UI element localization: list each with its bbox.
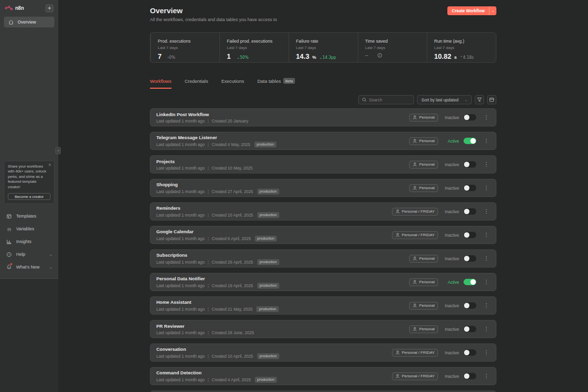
info-icon[interactable]	[377, 53, 382, 58]
kebab-menu-icon[interactable]: ⋮	[483, 232, 490, 238]
toggle-knob	[464, 115, 469, 120]
tab[interactable]: Data tables Beta	[257, 78, 295, 89]
person-icon	[395, 209, 400, 214]
toggle-knob	[464, 350, 469, 355]
active-toggle[interactable]	[464, 161, 476, 168]
n8n-logo: n8n	[5, 5, 24, 11]
search-input[interactable]	[369, 98, 410, 102]
workflow-created: Created 26 April, 2025	[212, 260, 253, 265]
active-toggle[interactable]	[464, 114, 476, 121]
workflow-row[interactable]: Reminders Last updated 1 month ago | Cre…	[150, 202, 496, 220]
toggle-knob	[464, 232, 469, 238]
active-toggle[interactable]	[464, 373, 476, 379]
toggle-knob	[464, 326, 469, 332]
stats-bar: Prod. executions Last 7 days 7 ›0% Faile…	[150, 32, 496, 63]
active-toggle[interactable]	[464, 208, 476, 215]
active-toggle[interactable]	[464, 349, 476, 356]
add-workflow-button[interactable]: +	[46, 4, 53, 12]
active-toggle[interactable]	[464, 185, 476, 191]
workflow-tag[interactable]: production	[254, 142, 276, 147]
workflow-row[interactable]: Shopping Last updated 1 month ago | Crea…	[150, 179, 496, 197]
sidebar-item-whats-new[interactable]: What's New ⌄	[4, 261, 54, 273]
kebab-menu-icon[interactable]: ⋮	[483, 349, 490, 356]
workflow-actions: Personal Active ⋮	[409, 278, 490, 286]
kebab-menu-icon[interactable]: ⋮	[483, 255, 490, 262]
sidebar-item-insights[interactable]: Insights	[4, 235, 54, 248]
sidebar-item-label: Overview	[18, 20, 36, 24]
sort-label: Sort by last updated	[421, 98, 459, 102]
active-toggle[interactable]	[464, 255, 476, 262]
person-icon	[413, 139, 417, 143]
workflow-tag[interactable]: production	[257, 212, 279, 218]
tab[interactable]: Workflows	[150, 78, 172, 89]
search-box[interactable]	[358, 95, 414, 104]
sidebar-item-templates[interactable]: Templates	[4, 210, 54, 222]
workflow-row[interactable]: Subscriptions Last updated 1 month ago |…	[150, 249, 496, 268]
kebab-menu-icon[interactable]: ⋮	[483, 138, 490, 144]
sidebar-item-overview[interactable]: Overview	[4, 17, 54, 27]
person-icon	[395, 233, 400, 237]
filter-button[interactable]	[475, 95, 484, 104]
active-toggle[interactable]	[464, 279, 476, 285]
sidebar-collapse-handle[interactable]: ‹	[55, 147, 61, 154]
workflow-tag[interactable]: production	[257, 283, 279, 289]
create-workflow-button[interactable]: Create Workflow ⌄	[447, 6, 496, 15]
tab[interactable]: Credentials	[185, 78, 208, 89]
owner-label: Personal	[419, 115, 435, 120]
stat-label: Time saved	[365, 39, 420, 44]
person-icon	[413, 162, 417, 167]
sidebar-footer	[0, 278, 58, 392]
active-toggle[interactable]	[464, 326, 476, 332]
active-toggle[interactable]	[464, 302, 476, 309]
workflow-tag[interactable]: production	[257, 259, 279, 265]
meta-divider-bar: |	[208, 166, 209, 171]
active-toggle[interactable]	[464, 232, 476, 238]
workflow-info: Reminders Last updated 1 month ago | Cre…	[156, 205, 392, 218]
active-toggle[interactable]	[464, 138, 476, 144]
become-creator-button[interactable]: Become a creator	[8, 193, 50, 200]
workflow-tag[interactable]: production	[256, 306, 278, 312]
workflow-tag[interactable]: production	[255, 236, 277, 242]
close-icon[interactable]: ×	[48, 163, 51, 167]
workflow-row[interactable]: Projects Last updated 1 month ago | Crea…	[150, 155, 496, 173]
workflow-tag[interactable]: production	[257, 189, 279, 195]
workflow-row[interactable]: LinkedIn Post Workflow Last updated 1 mo…	[150, 108, 496, 126]
workflow-row[interactable]: Home Assistant Last updated 1 month ago …	[150, 296, 496, 315]
stat-value-row: 1 ⌄50%	[227, 52, 282, 60]
stat-delta: ⌄14.3pp	[319, 55, 336, 60]
kebab-menu-icon[interactable]: ⋮	[483, 208, 490, 215]
sidebar-item-variables[interactable]: (x) Variables	[4, 222, 54, 235]
sort-dropdown[interactable]: Sort by last updated ⌄	[417, 95, 472, 104]
workflow-row[interactable]: PR Reviewer Last updated 1 month ago | C…	[150, 320, 496, 338]
workflow-row[interactable]: Command Detection Last updated 1 month a…	[150, 367, 496, 385]
workflow-row[interactable]: Google Calendar Last updated 1 month ago…	[150, 226, 496, 244]
create-workflow-label: Create Workflow	[447, 6, 489, 15]
workflow-meta: Last updated 1 month ago | Created 20 Ja…	[156, 119, 409, 123]
status-label: Inactive	[442, 186, 459, 191]
kebab-menu-icon[interactable]: ⋮	[483, 161, 490, 168]
workflow-actions: Personal / FRIDAY Inactive ⋮	[392, 208, 490, 216]
kebab-menu-icon[interactable]: ⋮	[483, 373, 490, 379]
kebab-menu-icon[interactable]: ⋮	[483, 185, 490, 191]
kebab-menu-icon[interactable]: ⋮	[483, 302, 490, 309]
owner-label: Personal	[419, 303, 435, 308]
kebab-menu-icon[interactable]: ⋮	[483, 326, 490, 332]
view-switcher-button[interactable]	[487, 95, 496, 104]
workflow-row[interactable]: Conversation Last updated 1 month ago | …	[150, 343, 496, 362]
workflow-row[interactable]: Personal Data Notifier Last updated 1 mo…	[150, 273, 496, 291]
workflow-tag[interactable]: production	[255, 377, 277, 383]
sidebar-item-help[interactable]: ? Help ⌄	[4, 248, 54, 261]
owner-label: Personal / FRIDAY	[402, 374, 435, 378]
workflow-row[interactable]: Telegram Message Listener Last updated 1…	[150, 132, 496, 150]
chevron-down-icon[interactable]: ⌄	[489, 6, 496, 15]
workflow-meta: Last updated 1 month ago | Created 10 Ap…	[156, 353, 392, 359]
workflow-tag[interactable]: production	[257, 353, 279, 359]
meta-divider-bar: |	[208, 307, 209, 312]
stat-period: Last 7 days	[434, 46, 489, 50]
kebab-menu-icon[interactable]: ⋮	[483, 114, 490, 121]
workflow-meta: Last updated 1 month ago | Created 10 Ap…	[156, 212, 392, 218]
kebab-menu-icon[interactable]: ⋮	[483, 279, 490, 285]
stat-period: Last 7 days	[227, 46, 282, 50]
tab[interactable]: Executions	[221, 78, 244, 89]
workflow-info: Home Assistant Last updated 1 month ago …	[156, 299, 409, 312]
